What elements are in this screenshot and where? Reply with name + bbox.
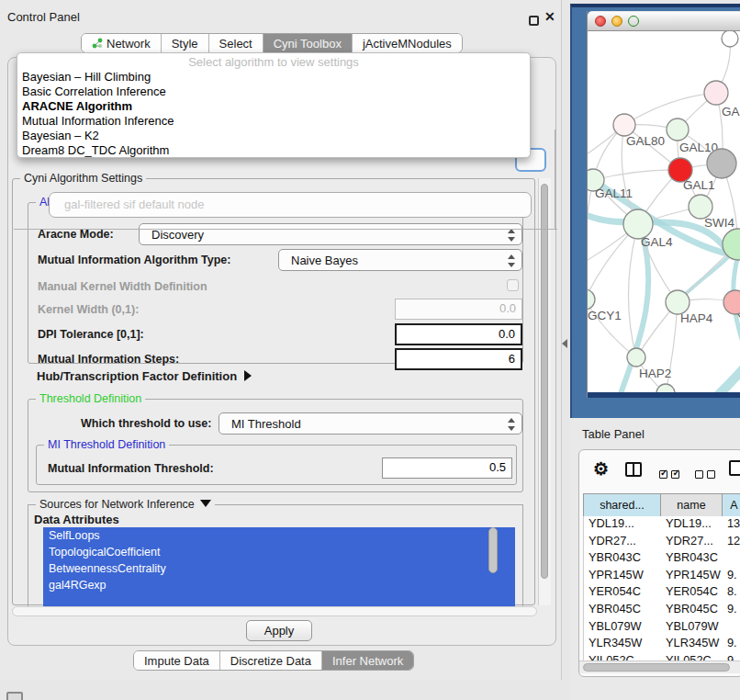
table-row[interactable]: YBR043CYBR043C — [584, 550, 740, 568]
table-row[interactable]: YPR145WYPR145W9. — [584, 568, 740, 585]
network-edge[interactable] — [588, 180, 593, 299]
network-node-gal80[interactable] — [613, 114, 635, 136]
combo-arrows-icon — [507, 229, 515, 242]
settings-scroll-thumb[interactable] — [541, 184, 548, 579]
sources-group: Sources for Network Inference Data Attri… — [28, 504, 523, 606]
table-cell: YDL19... — [666, 516, 723, 530]
tab-network[interactable]: Network — [82, 34, 162, 52]
settings-horizontal-scrollbar[interactable] — [12, 606, 537, 616]
dropdown-item[interactable]: Mutual Information Inference — [17, 114, 530, 129]
column-header[interactable]: shared... — [584, 494, 661, 517]
tab-label: Select — [219, 37, 252, 51]
table-row[interactable]: YBL079WYBL079W — [584, 619, 740, 637]
network-canvas[interactable]: GALGAL80GAL10GAL1GAL11SWI4GAL4GCY1HAP4YH… — [588, 31, 740, 392]
checked-boxes-icon[interactable] — [659, 466, 679, 482]
algorithm-dropdown-popup: Select algorithm to view settings Bayesi… — [17, 52, 531, 158]
network-node[interactable] — [722, 31, 738, 47]
network-node-gcy1[interactable] — [588, 289, 595, 310]
network-node-gal[interactable] — [704, 81, 728, 105]
data-attributes-list[interactable]: SelfLoopsTopologicalCoefficientBetweenne… — [43, 527, 515, 607]
column-header[interactable]: name — [661, 494, 723, 517]
table-cell: 9 — [727, 653, 740, 660]
tab-infer-network[interactable]: Infer Network — [322, 651, 413, 670]
network-node[interactable] — [707, 149, 736, 178]
tab-style[interactable]: Style — [162, 34, 209, 52]
which-threshold-combo[interactable]: MI Threshold — [219, 412, 522, 435]
unchecked-boxes-icon[interactable] — [695, 466, 715, 482]
dropdown-item[interactable]: Bayesian – Hill Climbing — [17, 70, 530, 85]
tab-select[interactable]: Select — [209, 34, 263, 52]
dropdown-item[interactable]: Basic Correlation Inference — [17, 85, 530, 99]
table-row[interactable]: YIL052CYIL052C9 — [584, 653, 740, 660]
gear-icon[interactable]: ⚙ — [593, 458, 609, 480]
which-threshold-label: Which threshold to use: — [81, 417, 211, 430]
network-edge-highlighted[interactable] — [675, 360, 740, 392]
bottom-tabstrip: Impute DataDiscretize DataInfer Network — [133, 650, 414, 671]
close-traffic-icon[interactable] — [595, 16, 606, 27]
network-node-gal10[interactable] — [667, 119, 689, 141]
zoom-traffic-icon[interactable] — [628, 16, 639, 27]
split-columns-icon[interactable] — [625, 462, 642, 477]
corner-grid-icon[interactable] — [6, 692, 23, 700]
tab-label: Cyni Toolbox — [274, 37, 342, 51]
data-attributes-label: Data Attributes — [34, 513, 119, 526]
tab-discretize-data[interactable]: Discretize Data — [220, 651, 322, 670]
network-edge[interactable] — [624, 93, 716, 125]
tab-impute-data[interactable]: Impute Data — [134, 651, 220, 670]
close-icon[interactable]: ✕ — [544, 9, 555, 24]
table-cell: YIL052C — [666, 653, 723, 660]
table-cell: YLR345W — [666, 636, 723, 649]
table-cell: YBR045C — [666, 602, 723, 615]
mi-threshold-label: Mutual Information Threshold: — [48, 462, 214, 475]
table-row[interactable]: YDL19...YDL19...13 — [584, 516, 740, 534]
apply-button[interactable]: Apply — [246, 620, 312, 641]
aracne-mode-combo[interactable]: Discovery — [139, 223, 522, 245]
sources-group-title[interactable]: Sources for Network Inference — [36, 498, 215, 511]
attribute-list-item[interactable]: gal4RGexp — [43, 577, 515, 593]
list-scrollbar-thumb[interactable] — [488, 527, 498, 573]
settings-vertical-scrollbar[interactable] — [538, 178, 551, 605]
table-scroll-thumb[interactable] — [583, 663, 730, 672]
mi-steps-field[interactable]: 6 — [395, 348, 522, 370]
node-label: GAL80 — [626, 134, 665, 148]
table-row[interactable]: YLR345WYLR345W9. — [584, 636, 740, 653]
mi-type-combo[interactable]: Naive Bayes — [278, 249, 522, 271]
table-panel-title: Table Panel — [582, 427, 645, 441]
mi-threshold-group-title: MI Threshold Definition — [44, 438, 169, 451]
manual-kernel-checkbox[interactable] — [507, 279, 519, 291]
table-row[interactable]: YBR045CYBR045C9. — [584, 602, 740, 619]
tab-cyni-toolbox[interactable]: Cyni Toolbox — [263, 34, 353, 52]
node-label: HAP2 — [639, 367, 671, 380]
column-header[interactable]: A — [723, 494, 740, 517]
table-row[interactable]: YER054CYER054C8. — [584, 584, 740, 602]
dropdown-item[interactable]: ARACNE Algorithm — [17, 99, 530, 114]
attribute-list-item[interactable]: BetweennessCentrality — [43, 560, 515, 577]
splitter-collapse-arrow[interactable] — [562, 339, 567, 348]
network-node-hap2[interactable] — [627, 348, 645, 367]
tab-jactivemnodules[interactable]: jActiveMNodules — [353, 34, 462, 52]
network-edge[interactable] — [628, 224, 638, 357]
page-icon[interactable] — [729, 460, 740, 476]
float-window-icon[interactable] — [529, 16, 539, 26]
minimize-traffic-icon[interactable] — [611, 16, 622, 27]
kernel-width-field[interactable]: 0.0 — [395, 299, 522, 320]
table-row[interactable]: YDR27...YDR27...12 — [584, 534, 740, 551]
attribute-list-item[interactable]: TopologicalCoefficient — [43, 544, 515, 560]
table-horizontal-scrollbar[interactable] — [579, 660, 740, 673]
mi-steps-label: Mutual Information Steps: — [38, 353, 179, 366]
network-edge[interactable] — [593, 170, 680, 180]
aracne-mode-value: Discovery — [151, 228, 204, 242]
mi-threshold-field[interactable]: 0.5 — [382, 457, 512, 479]
network-node[interactable] — [656, 384, 675, 392]
dropdown-item[interactable]: Dream8 DC_TDC Algorithm — [17, 143, 530, 158]
network-source-combo[interactable]: gal-filtered sif default node — [49, 192, 532, 218]
node-label: GCY1 — [588, 309, 622, 322]
hub-definition-toggle[interactable]: Hub/Transcription Factor Definition — [37, 369, 252, 383]
dropdown-item[interactable]: Bayesian – K2 — [17, 129, 530, 143]
table-cell: 9. — [727, 602, 740, 615]
control-panel-titlebar: Control Panel ✕ — [0, 4, 562, 28]
network-window-titlebar[interactable] — [588, 11, 740, 31]
dpi-tolerance-field[interactable]: 0.0 — [395, 323, 522, 345]
attribute-list-item[interactable]: SelfLoops — [43, 527, 515, 544]
tab-label: Infer Network — [332, 654, 403, 668]
